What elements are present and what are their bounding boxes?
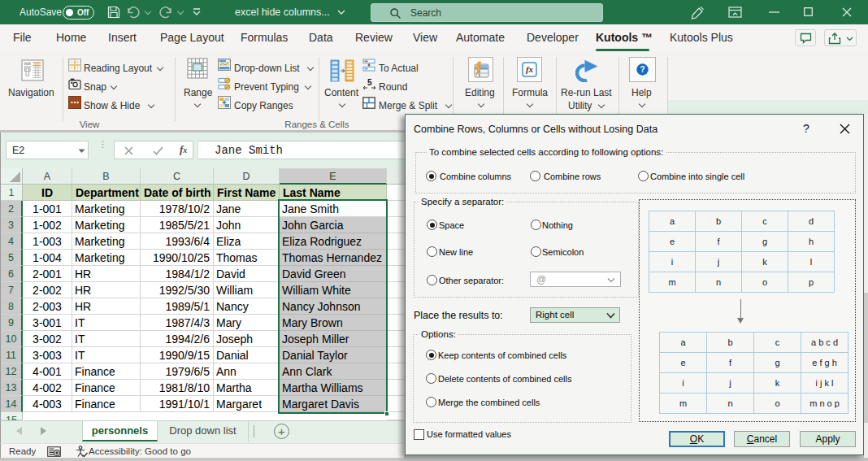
svg-text:?: ? xyxy=(640,65,644,74)
svg-text:5: 5 xyxy=(367,78,372,87)
